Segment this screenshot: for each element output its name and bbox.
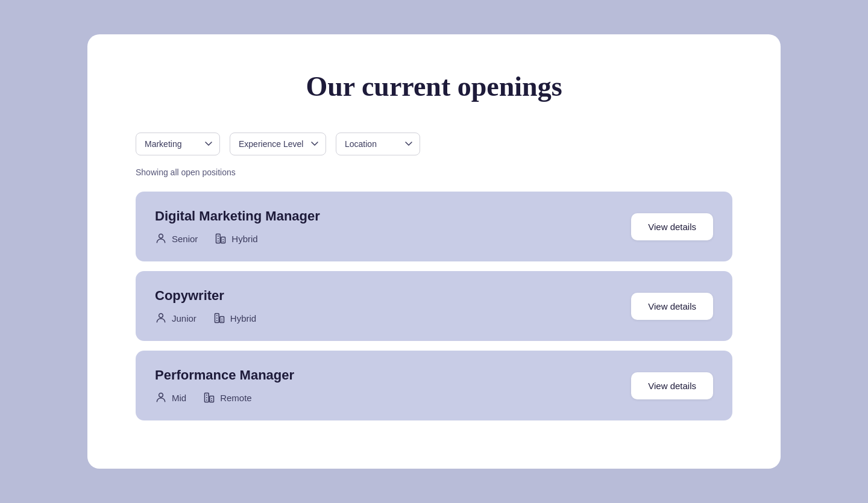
department-filter[interactable]: Marketing Engineering Design Product Sal… xyxy=(136,133,220,155)
job-level-3: Mid xyxy=(155,392,186,404)
building-icon-3 xyxy=(203,392,215,404)
view-details-button-3[interactable]: View details xyxy=(631,372,713,399)
person-icon-3 xyxy=(155,392,167,404)
svg-rect-6 xyxy=(218,240,219,242)
job-location-text-2: Hybrid xyxy=(230,313,256,323)
job-card-3: Performance Manager Mid xyxy=(136,351,732,420)
job-title-2: Copywriter xyxy=(155,288,256,304)
svg-rect-12 xyxy=(216,315,218,316)
svg-rect-4 xyxy=(218,236,219,237)
location-filter[interactable]: Location Remote Hybrid On-site xyxy=(336,133,420,155)
job-meta-2: Junior Hybrid xyxy=(155,312,256,324)
job-location-1: Hybrid xyxy=(215,233,257,245)
job-level-2: Junior xyxy=(155,312,197,324)
main-card: Our current openings Marketing Engineeri… xyxy=(87,34,781,469)
svg-rect-8 xyxy=(223,241,224,242)
job-location-3: Remote xyxy=(203,392,252,404)
svg-rect-20 xyxy=(206,395,207,396)
page-title: Our current openings xyxy=(136,70,732,102)
jobs-list: Digital Marketing Manager Senior xyxy=(136,192,732,420)
svg-rect-24 xyxy=(212,400,213,401)
svg-rect-23 xyxy=(212,398,213,399)
job-location-text-3: Remote xyxy=(220,393,252,403)
job-info-1: Digital Marketing Manager Senior xyxy=(155,208,320,245)
svg-point-9 xyxy=(159,314,163,318)
building-icon-1 xyxy=(215,233,227,245)
svg-rect-13 xyxy=(216,317,218,319)
person-icon-1 xyxy=(155,233,167,245)
job-card-1: Digital Marketing Manager Senior xyxy=(136,192,732,261)
job-meta-1: Senior Hybrid xyxy=(155,233,320,245)
svg-rect-14 xyxy=(216,320,218,321)
view-details-button-1[interactable]: View details xyxy=(631,213,713,240)
svg-rect-16 xyxy=(221,320,222,322)
job-level-text-3: Mid xyxy=(172,393,186,403)
person-icon-2 xyxy=(155,312,167,324)
job-level-1: Senior xyxy=(155,233,198,245)
job-meta-3: Mid Remote xyxy=(155,392,294,404)
job-title-1: Digital Marketing Manager xyxy=(155,208,320,224)
job-title-3: Performance Manager xyxy=(155,367,294,383)
svg-point-17 xyxy=(159,393,163,398)
svg-point-0 xyxy=(159,234,163,239)
job-level-text-2: Junior xyxy=(172,313,197,323)
svg-rect-5 xyxy=(218,238,219,239)
job-info-2: Copywriter Junior xyxy=(155,288,256,324)
filters-bar: Marketing Engineering Design Product Sal… xyxy=(136,133,732,155)
svg-rect-7 xyxy=(223,239,224,240)
job-location-2: Hybrid xyxy=(213,312,256,324)
svg-rect-15 xyxy=(221,319,222,320)
experience-filter[interactable]: Experience Level Junior Mid Senior xyxy=(230,133,326,155)
job-info-3: Performance Manager Mid xyxy=(155,367,294,404)
job-location-text-1: Hybrid xyxy=(231,234,257,244)
svg-rect-21 xyxy=(206,397,207,398)
job-card-2: Copywriter Junior xyxy=(136,271,732,341)
view-details-button-2[interactable]: View details xyxy=(631,293,713,320)
job-level-text-1: Senior xyxy=(172,234,198,244)
svg-rect-22 xyxy=(206,399,207,401)
building-icon-2 xyxy=(213,312,225,324)
showing-label: Showing all open positions xyxy=(136,167,732,177)
